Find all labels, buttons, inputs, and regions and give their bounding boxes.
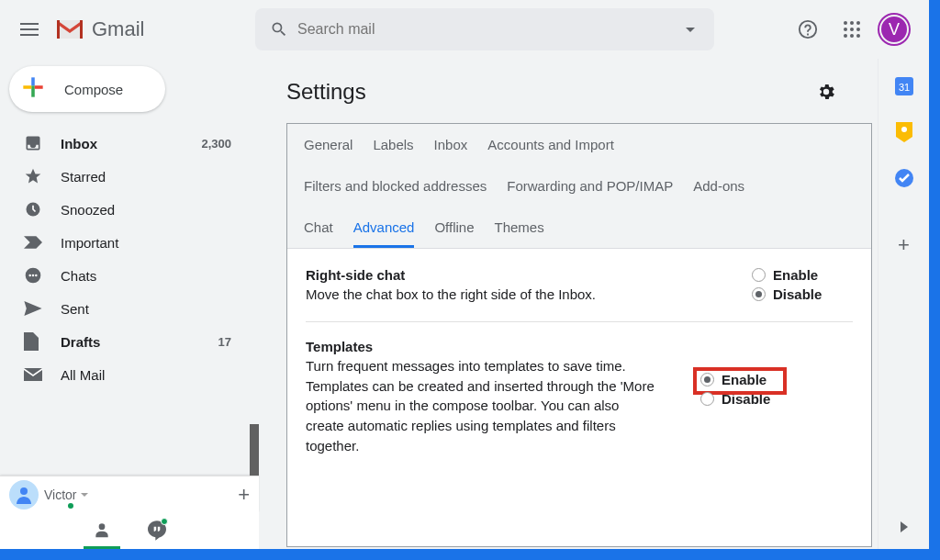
avatar-letter: V — [889, 20, 900, 39]
radio-enable[interactable]: Enable — [752, 267, 853, 283]
settings-gear-button[interactable] — [808, 73, 845, 110]
svg-point-15 — [20, 487, 28, 495]
svg-point-9 — [856, 34, 860, 38]
nav-label: All Mail — [61, 367, 105, 383]
setting-title: Templates — [306, 339, 655, 354]
search-bar — [255, 8, 714, 50]
clock-icon — [24, 200, 42, 218]
contacts-tab[interactable] — [84, 512, 120, 549]
body: Compose Inbox 2,300 Starred Snoozed — [0, 59, 929, 549]
hamburger-icon — [20, 23, 39, 36]
nav-chats[interactable]: Chats — [0, 259, 248, 292]
person-icon — [93, 521, 111, 539]
setting-right-side-chat: Right-side chat Move the chat box to the… — [306, 262, 853, 322]
calendar-addon[interactable]: 31 — [895, 77, 913, 95]
hangouts-tab[interactable] — [139, 512, 175, 549]
compose-button[interactable]: Compose — [9, 66, 165, 112]
tasks-icon — [895, 169, 913, 187]
search-input[interactable] — [297, 21, 672, 38]
star-icon — [24, 167, 42, 185]
app-window: Gmail V — [0, 0, 929, 549]
tab-forwarding[interactable]: Forwarding and POP/IMAP — [507, 178, 673, 207]
svg-point-7 — [844, 34, 847, 38]
keep-icon — [896, 122, 912, 142]
tab-advanced[interactable]: Advanced — [353, 219, 415, 248]
presence-indicator — [66, 501, 75, 510]
tab-filters[interactable]: Filters and blocked addresses — [304, 178, 487, 207]
setting-title: Right-side chat — [306, 267, 706, 283]
gmail-logo-icon — [55, 18, 84, 40]
support-button[interactable] — [789, 11, 826, 48]
side-panel: 31 + — [878, 59, 929, 549]
hangouts-user[interactable]: Victor — [9, 480, 88, 510]
main-menu-button[interactable] — [7, 7, 51, 51]
radio-icon — [752, 287, 766, 301]
apps-button[interactable] — [834, 11, 870, 48]
nav-label: Inbox — [61, 136, 97, 151]
search-options-button[interactable] — [672, 11, 709, 48]
footer-tabs — [0, 512, 259, 549]
chat-resize-handle[interactable] — [250, 424, 259, 476]
tab-general[interactable]: General — [304, 137, 352, 165]
tab-inbox[interactable]: Inbox — [434, 137, 468, 165]
account-avatar[interactable]: V — [878, 13, 911, 46]
tasks-addon[interactable] — [895, 169, 913, 187]
tab-themes[interactable]: Themes — [495, 219, 544, 248]
nav-inbox[interactable]: Inbox 2,300 — [0, 127, 248, 160]
setting-templates: Templates Turn frequent messages into te… — [306, 322, 853, 473]
search-icon — [270, 20, 288, 39]
header: Gmail V — [0, 0, 929, 59]
tab-offline[interactable]: Offline — [434, 219, 474, 248]
nav-snoozed[interactable]: Snoozed — [0, 193, 248, 226]
caret-down-icon — [686, 28, 695, 32]
keep-addon[interactable] — [895, 123, 913, 141]
settings-title: Settings — [286, 79, 366, 105]
svg-point-8 — [850, 34, 854, 38]
tab-accounts[interactable]: Accounts and Import — [487, 137, 614, 165]
mail-icon — [24, 368, 42, 381]
svg-point-19 — [901, 127, 907, 132]
important-icon — [24, 235, 42, 250]
svg-point-5 — [850, 28, 854, 31]
nav-drafts[interactable]: Drafts 17 — [0, 325, 248, 358]
radio-icon — [700, 373, 714, 386]
nav-sent[interactable]: Sent — [0, 292, 248, 325]
svg-point-1 — [844, 21, 847, 25]
nav-important[interactable]: Important — [0, 226, 248, 259]
hangouts-add-button[interactable]: + — [238, 483, 250, 507]
side-panel-toggle[interactable] — [901, 520, 908, 536]
setting-desc: Move the chat box to the right side of t… — [306, 285, 706, 305]
tab-chat[interactable]: Chat — [304, 219, 333, 248]
hangouts-username: Victor — [44, 487, 77, 502]
svg-point-4 — [844, 28, 847, 31]
search-button[interactable] — [261, 11, 297, 48]
tab-addons[interactable]: Add-ons — [693, 178, 744, 207]
nav-starred[interactable]: Starred — [0, 160, 248, 193]
user-avatar-icon — [9, 480, 39, 510]
nav-label: Chats — [61, 268, 96, 284]
radio-disable[interactable]: Disable — [752, 286, 853, 302]
tab-labels[interactable]: Labels — [373, 137, 413, 165]
nav-allmail[interactable]: All Mail — [0, 358, 248, 391]
inbox-icon — [24, 134, 42, 152]
app-name: Gmail — [92, 17, 144, 41]
hangouts-bar: Victor + — [0, 476, 259, 512]
chat-icon — [24, 266, 42, 285]
get-addons-button[interactable]: + — [898, 233, 910, 257]
settings-box: General Labels Inbox Accounts and Import… — [286, 123, 872, 547]
nav-count: 2,300 — [201, 137, 231, 151]
nav-label: Important — [61, 235, 118, 251]
header-right: V — [789, 11, 922, 48]
gear-icon — [816, 82, 836, 102]
settings-header: Settings — [286, 73, 872, 110]
main: Settings General Labels Inbox Accounts a… — [259, 59, 929, 549]
help-icon — [798, 19, 818, 39]
sidebar: Compose Inbox 2,300 Starred Snoozed — [0, 59, 259, 549]
radio-label: Enable — [773, 267, 818, 283]
notification-dot — [161, 518, 168, 525]
calendar-icon: 31 — [895, 77, 913, 95]
svg-point-2 — [850, 21, 854, 25]
settings-content: Right-side chat Move the chat box to the… — [287, 249, 871, 546]
logo[interactable]: Gmail — [55, 17, 255, 41]
svg-point-13 — [32, 274, 35, 277]
